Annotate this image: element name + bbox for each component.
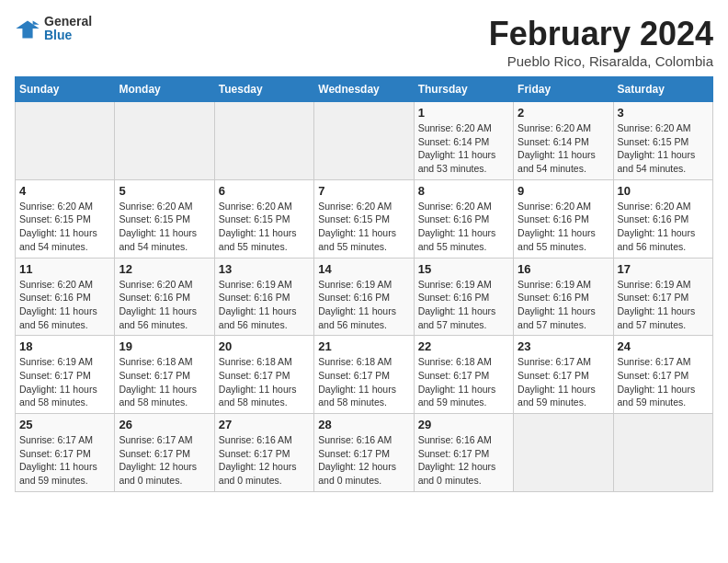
calendar-cell <box>115 102 214 180</box>
day-info: Sunrise: 6:17 AMSunset: 6:17 PMDaylight:… <box>119 433 210 488</box>
day-number: 11 <box>19 262 110 276</box>
calendar-cell: 10Sunrise: 6:20 AMSunset: 6:16 PMDayligh… <box>613 179 712 258</box>
day-info: Sunrise: 6:18 AMSunset: 6:17 PMDaylight:… <box>119 355 210 409</box>
calendar-cell: 21Sunrise: 6:18 AMSunset: 6:17 PMDayligh… <box>314 336 414 414</box>
day-info: Sunrise: 6:19 AMSunset: 6:17 PMDaylight:… <box>19 355 110 409</box>
day-info: Sunrise: 6:19 AMSunset: 6:16 PMDaylight:… <box>219 278 310 332</box>
day-number: 28 <box>318 418 409 431</box>
calendar-cell: 6Sunrise: 6:20 AMSunset: 6:15 PMDaylight… <box>214 179 313 258</box>
day-info: Sunrise: 6:20 AMSunset: 6:15 PMDaylight:… <box>19 200 110 254</box>
day-info: Sunrise: 6:20 AMSunset: 6:16 PMDaylight:… <box>618 200 709 254</box>
day-number: 13 <box>219 262 310 276</box>
calendar-cell: 5Sunrise: 6:20 AMSunset: 6:15 PMDaylight… <box>115 179 214 258</box>
calendar-cell: 4Sunrise: 6:20 AMSunset: 6:15 PMDaylight… <box>16 179 115 258</box>
main-title: February 2024 <box>489 15 713 53</box>
day-info: Sunrise: 6:16 AMSunset: 6:17 PMDaylight:… <box>318 433 409 488</box>
day-number: 14 <box>318 262 409 276</box>
day-info: Sunrise: 6:17 AMSunset: 6:17 PMDaylight:… <box>518 355 609 409</box>
day-info: Sunrise: 6:20 AMSunset: 6:16 PMDaylight:… <box>119 278 210 332</box>
day-info: Sunrise: 6:16 AMSunset: 6:17 PMDaylight:… <box>418 433 509 488</box>
day-number: 17 <box>618 262 709 276</box>
weekday-header-monday: Monday <box>115 77 214 102</box>
weekday-header-sunday: Sunday <box>16 77 115 102</box>
day-number: 29 <box>418 418 509 431</box>
calendar-cell: 28Sunrise: 6:16 AMSunset: 6:17 PMDayligh… <box>314 414 414 492</box>
logo-text: General Blue <box>44 15 92 43</box>
calendar-cell <box>16 102 115 180</box>
header: General Blue February 2024 Pueblo Rico, … <box>15 15 713 69</box>
day-info: Sunrise: 6:18 AMSunset: 6:17 PMDaylight:… <box>418 355 509 409</box>
day-number: 4 <box>19 184 110 198</box>
calendar-cell: 11Sunrise: 6:20 AMSunset: 6:16 PMDayligh… <box>16 258 115 336</box>
day-number: 22 <box>418 339 509 353</box>
day-number: 9 <box>518 184 609 198</box>
logo-blue: Blue <box>44 29 92 42</box>
weekday-row: SundayMondayTuesdayWednesdayThursdayFrid… <box>16 77 713 102</box>
day-number: 24 <box>618 339 709 353</box>
calendar-cell <box>514 414 613 492</box>
calendar-cell: 29Sunrise: 6:16 AMSunset: 6:17 PMDayligh… <box>414 414 513 492</box>
day-number: 18 <box>19 339 110 353</box>
weekday-header-saturday: Saturday <box>613 77 712 102</box>
calendar-cell: 15Sunrise: 6:19 AMSunset: 6:16 PMDayligh… <box>414 258 513 336</box>
day-info: Sunrise: 6:19 AMSunset: 6:17 PMDaylight:… <box>618 278 709 332</box>
calendar-cell: 13Sunrise: 6:19 AMSunset: 6:16 PMDayligh… <box>214 258 313 336</box>
calendar-body: 1Sunrise: 6:20 AMSunset: 6:14 PMDaylight… <box>16 102 713 492</box>
logo-bird-icon <box>15 16 40 41</box>
calendar-cell: 26Sunrise: 6:17 AMSunset: 6:17 PMDayligh… <box>115 414 214 492</box>
calendar-cell: 9Sunrise: 6:20 AMSunset: 6:16 PMDaylight… <box>514 179 613 258</box>
day-info: Sunrise: 6:19 AMSunset: 6:16 PMDaylight:… <box>318 278 409 332</box>
day-number: 2 <box>518 106 609 120</box>
day-info: Sunrise: 6:20 AMSunset: 6:15 PMDaylight:… <box>219 200 310 254</box>
logo: General Blue <box>15 15 92 43</box>
day-number: 1 <box>418 106 509 120</box>
calendar-week-1: 1Sunrise: 6:20 AMSunset: 6:14 PMDaylight… <box>16 102 713 180</box>
svg-marker-1 <box>33 21 40 25</box>
day-number: 5 <box>119 184 210 198</box>
calendar-cell: 25Sunrise: 6:17 AMSunset: 6:17 PMDayligh… <box>16 414 115 492</box>
calendar-cell: 1Sunrise: 6:20 AMSunset: 6:14 PMDaylight… <box>414 102 513 180</box>
calendar-week-4: 18Sunrise: 6:19 AMSunset: 6:17 PMDayligh… <box>16 336 713 414</box>
calendar-cell <box>314 102 414 180</box>
calendar-cell: 12Sunrise: 6:20 AMSunset: 6:16 PMDayligh… <box>115 258 214 336</box>
day-info: Sunrise: 6:17 AMSunset: 6:17 PMDaylight:… <box>19 433 110 488</box>
calendar-week-2: 4Sunrise: 6:20 AMSunset: 6:15 PMDaylight… <box>16 179 713 258</box>
day-number: 26 <box>119 418 210 431</box>
calendar-cell: 7Sunrise: 6:20 AMSunset: 6:15 PMDaylight… <box>314 179 414 258</box>
day-info: Sunrise: 6:18 AMSunset: 6:17 PMDaylight:… <box>318 355 409 409</box>
day-number: 12 <box>119 262 210 276</box>
calendar-cell <box>214 102 313 180</box>
day-number: 3 <box>618 106 709 120</box>
logo-general: General <box>44 15 92 29</box>
day-info: Sunrise: 6:19 AMSunset: 6:16 PMDaylight:… <box>518 278 609 332</box>
day-info: Sunrise: 6:20 AMSunset: 6:15 PMDaylight:… <box>119 200 210 254</box>
subtitle: Pueblo Rico, Risaralda, Colombia <box>489 53 713 69</box>
calendar-table: SundayMondayTuesdayWednesdayThursdayFrid… <box>15 76 713 492</box>
calendar-cell: 14Sunrise: 6:19 AMSunset: 6:16 PMDayligh… <box>314 258 414 336</box>
calendar-cell: 23Sunrise: 6:17 AMSunset: 6:17 PMDayligh… <box>514 336 613 414</box>
day-number: 20 <box>219 339 310 353</box>
day-info: Sunrise: 6:19 AMSunset: 6:16 PMDaylight:… <box>418 278 509 332</box>
day-info: Sunrise: 6:17 AMSunset: 6:17 PMDaylight:… <box>618 355 709 409</box>
calendar-cell: 3Sunrise: 6:20 AMSunset: 6:15 PMDaylight… <box>613 102 712 180</box>
weekday-header-thursday: Thursday <box>414 77 513 102</box>
calendar-header: SundayMondayTuesdayWednesdayThursdayFrid… <box>16 77 713 102</box>
day-number: 10 <box>618 184 709 198</box>
calendar-cell: 2Sunrise: 6:20 AMSunset: 6:14 PMDaylight… <box>514 102 613 180</box>
day-number: 15 <box>418 262 509 276</box>
weekday-header-wednesday: Wednesday <box>314 77 414 102</box>
day-info: Sunrise: 6:20 AMSunset: 6:14 PMDaylight:… <box>418 121 509 176</box>
day-number: 16 <box>518 262 609 276</box>
calendar-week-3: 11Sunrise: 6:20 AMSunset: 6:16 PMDayligh… <box>16 258 713 336</box>
day-number: 8 <box>418 184 509 198</box>
calendar-cell: 19Sunrise: 6:18 AMSunset: 6:17 PMDayligh… <box>115 336 214 414</box>
calendar-cell: 17Sunrise: 6:19 AMSunset: 6:17 PMDayligh… <box>613 258 712 336</box>
calendar-cell: 18Sunrise: 6:19 AMSunset: 6:17 PMDayligh… <box>16 336 115 414</box>
day-info: Sunrise: 6:20 AMSunset: 6:15 PMDaylight:… <box>618 121 709 176</box>
day-info: Sunrise: 6:20 AMSunset: 6:15 PMDaylight:… <box>318 200 409 254</box>
calendar-cell: 22Sunrise: 6:18 AMSunset: 6:17 PMDayligh… <box>414 336 513 414</box>
day-number: 7 <box>318 184 409 198</box>
calendar-week-5: 25Sunrise: 6:17 AMSunset: 6:17 PMDayligh… <box>16 414 713 492</box>
calendar-cell: 27Sunrise: 6:16 AMSunset: 6:17 PMDayligh… <box>214 414 313 492</box>
day-info: Sunrise: 6:16 AMSunset: 6:17 PMDaylight:… <box>219 433 310 488</box>
